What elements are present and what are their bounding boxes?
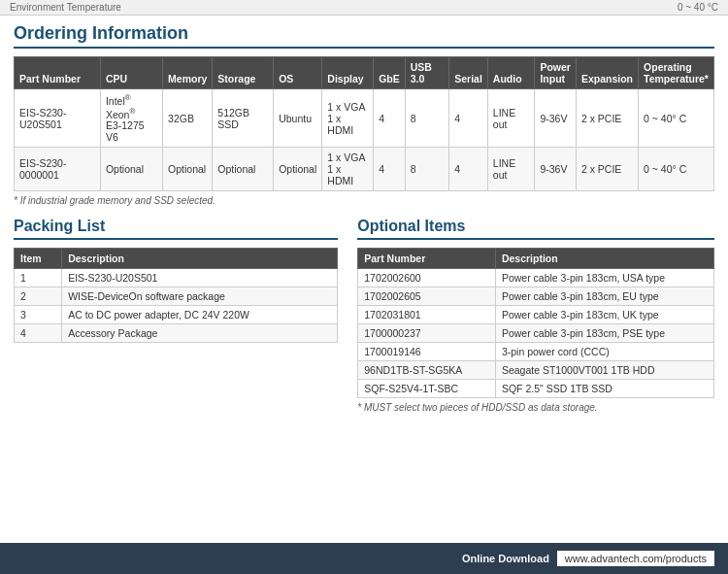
col-temp: OperatingTemperature* [639, 57, 714, 89]
optional-cell: Seagate ST1000VT001 1TB HDD [495, 361, 713, 380]
ordering-cell: EIS-S230-0000001 [15, 148, 101, 191]
ordering-cell: 8 [405, 148, 449, 191]
optional-cell: Power cable 3-pin 183cm, USA type [495, 269, 713, 287]
optional-col-description: Description [495, 249, 713, 269]
col-os: OS [274, 57, 322, 89]
ordering-cell: Optional [213, 148, 274, 191]
ordering-cell: Optional [100, 148, 162, 191]
col-audio: Audio [487, 57, 535, 89]
ordering-cell: 1 x VGA1 x HDMI [322, 89, 374, 148]
optional-footnote: * MUST select two pieces of HDD/SSD as d… [357, 402, 714, 413]
optional-header-row: Part Number Description [358, 249, 714, 269]
packing-cell: EIS-S230-U20S501 [62, 269, 338, 287]
optional-cell: 96ND1TB-ST-SG5KA [358, 361, 496, 380]
ordering-cell: 0 ~ 40° C [639, 148, 714, 191]
optional-cell: 1700019146 [358, 343, 496, 361]
optional-cell: SQF-S25V4-1T-SBC [358, 380, 496, 398]
ordering-cell: Optional [163, 148, 213, 191]
ordering-cell: 4 [449, 148, 488, 191]
main-content: Ordering Information Part Number CPU Mem… [0, 16, 728, 471]
optional-col-part-number: Part Number [358, 249, 496, 269]
optional-row: 1702002600Power cable 3-pin 183cm, USA t… [358, 269, 714, 287]
packing-row: 4Accessory Package [15, 324, 338, 343]
ordering-header-row: Part Number CPU Memory Storage OS Displa… [15, 57, 714, 89]
packing-col-description: Description [62, 249, 338, 269]
ordering-footnote: * If industrial grade memory and SSD sel… [14, 195, 714, 206]
col-part-number: Part Number [15, 57, 101, 89]
col-gbe: GbE [374, 57, 406, 89]
ordering-cell: EIS-S230-U20S501 [15, 89, 101, 148]
ordering-cell: 2 x PCIE [576, 148, 638, 191]
col-storage: Storage [213, 57, 274, 89]
ordering-cell: 4 [374, 148, 406, 191]
packing-row: 1EIS-S230-U20S501 [15, 269, 338, 287]
packing-header-row: Item Description [15, 249, 338, 269]
footer: Online Download www.advantech.com/produc… [0, 543, 728, 574]
ordering-cell: 1 x VGA1 x HDMI [322, 148, 374, 191]
packing-cell: Accessory Package [62, 324, 338, 343]
ordering-cell: 512GB SSD [213, 89, 274, 148]
col-cpu: CPU [100, 57, 162, 89]
bottom-section: Packing List Item Description 1EIS-S230-… [14, 218, 714, 413]
optional-cell: Power cable 3-pin 183cm, EU type [495, 287, 713, 306]
packing-cell: AC to DC power adapter, DC 24V 220W [62, 306, 338, 324]
optional-cell: Power cable 3-pin 183cm, UK type [495, 306, 713, 324]
optional-cell: 1702002600 [358, 269, 496, 287]
optional-row: SQF-S25V4-1T-SBCSQF 2.5" SSD 1TB SSD [358, 380, 714, 398]
ordering-row: EIS-S230-U20S501Intel® Xeon®E3-1275 V632… [15, 89, 714, 148]
optional-cell: 3-pin power cord (CCC) [495, 343, 713, 361]
ordering-cell: 2 x PCIE [576, 89, 638, 148]
ordering-cell: LINE out [487, 89, 535, 148]
optional-row: 96ND1TB-ST-SG5KASeagate ST1000VT001 1TB … [358, 361, 714, 380]
optional-cell: 1702031801 [358, 306, 496, 324]
optional-row: 17000191463-pin power cord (CCC) [358, 343, 714, 361]
optional-items-section: Optional Items Part Number Description 1… [357, 218, 714, 413]
footer-label: Online Download [462, 553, 549, 564]
optional-cell: 1700000237 [358, 324, 496, 343]
packing-title: Packing List [14, 218, 338, 240]
packing-list-section: Packing List Item Description 1EIS-S230-… [14, 218, 338, 413]
ordering-cell: Optional [274, 148, 322, 191]
topbar-right: 0 ~ 40 °C [678, 2, 718, 13]
ordering-cell: Ubuntu [274, 89, 322, 148]
ordering-table: Part Number CPU Memory Storage OS Displa… [14, 56, 714, 191]
col-serial: Serial [449, 57, 488, 89]
packing-cell: 1 [15, 269, 62, 287]
packing-row: 2WISE-DeviceOn software package [15, 287, 338, 306]
optional-title: Optional Items [357, 218, 714, 240]
col-display: Display [322, 57, 374, 89]
footer-url: www.advantech.com/products [557, 551, 714, 566]
packing-col-item: Item [15, 249, 62, 269]
packing-cell: 3 [15, 306, 62, 324]
ordering-title: Ordering Information [14, 23, 714, 49]
top-bar: Environment Temperature 0 ~ 40 °C [0, 0, 728, 16]
ordering-cell: 4 [449, 89, 488, 148]
optional-cell: SQF 2.5" SSD 1TB SSD [495, 380, 713, 398]
ordering-cell: 9-36V [535, 148, 577, 191]
optional-table: Part Number Description 1702002600Power … [357, 248, 714, 398]
packing-cell: WISE-DeviceOn software package [62, 287, 338, 306]
col-memory: Memory [163, 57, 213, 89]
ordering-cell: 0 ~ 40° C [639, 89, 714, 148]
packing-row: 3AC to DC power adapter, DC 24V 220W [15, 306, 338, 324]
optional-cell: Power cable 3-pin 183cm, PSE type [495, 324, 713, 343]
packing-cell: 2 [15, 287, 62, 306]
optional-row: 1702002605Power cable 3-pin 183cm, EU ty… [358, 287, 714, 306]
ordering-cell: LINE out [487, 148, 535, 191]
optional-cell: 1702002605 [358, 287, 496, 306]
packing-table: Item Description 1EIS-S230-U20S5012WISE-… [14, 248, 338, 343]
ordering-cell: 32GB [163, 89, 213, 148]
ordering-cell: 8 [405, 89, 449, 148]
optional-row: 1702031801Power cable 3-pin 183cm, UK ty… [358, 306, 714, 324]
col-power-input: PowerInput [535, 57, 577, 89]
ordering-cell: 4 [374, 89, 406, 148]
ordering-cell: Intel® Xeon®E3-1275 V6 [100, 89, 162, 148]
col-expansion: Expansion [576, 57, 638, 89]
topbar-left: Environment Temperature [10, 2, 121, 13]
packing-cell: 4 [15, 324, 62, 343]
ordering-row: EIS-S230-0000001OptionalOptionalOptional… [15, 148, 714, 191]
optional-row: 1700000237Power cable 3-pin 183cm, PSE t… [358, 324, 714, 343]
ordering-cell: 9-36V [535, 89, 577, 148]
col-usb: USB 3.0 [405, 57, 449, 89]
